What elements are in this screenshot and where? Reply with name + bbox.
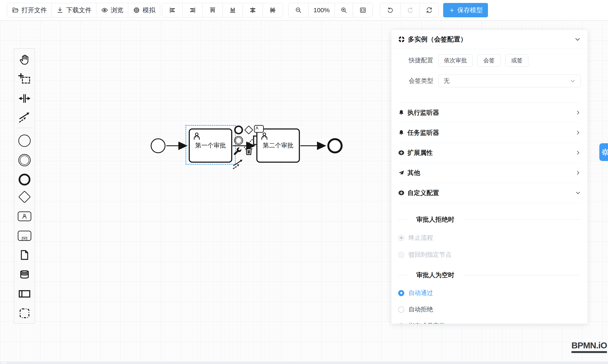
section-label: 其他 [408,169,420,177]
quick-option-sequential-button[interactable]: 依次审批 [438,54,473,66]
palette-group[interactable] [18,307,31,319]
chevron-down-icon[interactable] [574,36,581,42]
align-center-horizontal-icon [249,6,257,14]
connect-arrows-icon [18,111,31,123]
palette-participant-pool[interactable] [18,287,31,300]
start-event-shape[interactable] [151,138,165,153]
palette-end-event[interactable] [19,174,30,185]
palette-intermediate-event[interactable] [18,154,31,166]
task-second-approval[interactable]: 第二个审批 [256,129,300,163]
save-model-button[interactable]: ＋ 保存模型 [443,3,488,17]
sub-process-icon [18,231,31,241]
user-task-icon [254,125,264,133]
ctx-append-user-task[interactable] [254,125,264,133]
data-object-icon [18,249,31,261]
zoom-in-button[interactable] [334,3,353,17]
open-file-button[interactable]: 打开文件 [7,3,52,17]
participant-pool-icon [18,287,31,300]
divider [391,49,587,49]
horizontal-scrollbar[interactable] [0,362,608,364]
align-center-horizontal-button[interactable] [243,3,263,17]
quick-option-orsign-button[interactable]: 或签 [505,54,528,66]
align-right-button[interactable] [182,3,202,17]
palette-sub-process[interactable] [18,231,31,241]
open-file-label: 打开文件 [22,6,47,14]
task-label: 第一个审批 [195,141,226,150]
radio-label: 自动拒绝 [409,305,433,314]
preview-label: 浏览 [111,6,123,14]
bpmn-io-logo: BPMN.iO [571,340,607,353]
ctx-connect[interactable] [232,158,244,170]
eye-icon [101,7,108,14]
panel-toggle-tab[interactable] [599,143,608,161]
align-top-button[interactable] [202,3,223,17]
undo-button[interactable] [380,3,400,17]
sign-type-select[interactable]: 无 [438,75,581,87]
fit-viewport-button[interactable] [353,3,372,17]
align-bottom-button[interactable] [223,3,243,17]
plus-circle-icon [398,150,405,156]
palette-start-event[interactable] [18,135,31,147]
radio-auto-pass[interactable]: 自动通过 [398,289,581,297]
section-other[interactable]: 其他 [398,163,581,183]
ctx-change-type[interactable] [232,146,243,156]
align-left-button[interactable] [162,3,182,17]
task-label: 第二个审批 [263,141,293,150]
divider [398,203,581,203]
logo-underline [571,351,607,353]
ctx-append-intermediate-event[interactable] [234,136,243,145]
palette-space-tool[interactable] [18,92,31,105]
radio-auto-reject[interactable]: 自动拒绝 [398,305,581,314]
toolbar: 打开文件 下载文件 浏览 模拟 [0,0,608,21]
section-execution-listener[interactable]: 执行监听器 [398,103,581,123]
palette-user-task[interactable] [18,211,31,221]
section-custom-config[interactable]: 自定义配置 [398,183,581,203]
scrollbar-thumb[interactable] [0,362,8,364]
align-middle-vertical-icon [269,6,277,14]
section-task-listener[interactable]: 任务监听器 [398,123,581,143]
end-event-shape[interactable] [327,138,343,153]
align-button-group [162,3,283,17]
task-first-approval[interactable]: 第一个审批 [189,129,232,163]
chevron-right-icon [575,130,581,135]
radio-label: 驳回到指定节点 [409,250,451,259]
end-event-icon [234,126,243,134]
download-file-button[interactable]: 下载文件 [52,3,96,17]
gateway-icon [18,191,31,203]
section-label: 自定义配置 [408,189,439,197]
quick-config-row: 快捷配置 依次审批 会签 或签 [398,54,581,66]
quick-option-countersign-button[interactable]: 会签 [478,54,501,66]
align-middle-vertical-button[interactable] [263,3,283,17]
ctx-append-gateway[interactable] [245,126,253,134]
palette-global-connect-tool[interactable] [18,111,31,123]
palette-data-object[interactable] [18,249,31,261]
chevron-down-icon [570,78,575,84]
simulate-button[interactable]: 模拟 [128,3,160,17]
radio-designated-member[interactable]: 指定成员审批 [398,322,581,324]
undo-icon [387,7,394,14]
sign-type-value: 无 [444,77,450,85]
panel-header[interactable]: 多实例（会签配置） [398,30,581,49]
palette-data-store[interactable] [18,268,31,281]
preview-button[interactable]: 浏览 [96,3,128,17]
radio-label: 指定成员审批 [409,322,445,324]
ctx-delete[interactable] [243,146,254,156]
palette-lasso-tool[interactable] [18,73,31,85]
radio-icon [398,235,404,241]
section-extension-properties[interactable]: 扩展属性 [398,143,581,163]
send-icon [398,170,405,176]
redo-button[interactable] [400,3,420,17]
reject-divider: 审批人拒绝时 [398,215,581,224]
intermediate-event-icon [234,136,243,145]
reset-zoom-button[interactable] [420,3,438,17]
group-icon [18,307,31,319]
zoom-out-button[interactable] [289,3,308,17]
align-top-icon [209,6,216,14]
zoom-level-display[interactable]: 100% [308,3,334,17]
section-list: 执行监听器 任务监听器 扩展属性 其他 自定义配置 [398,103,581,203]
ctx-append-end-event[interactable] [234,126,243,134]
palette-gateway[interactable] [20,193,29,201]
hand-icon [18,53,31,66]
gear-icon [600,147,608,157]
palette-hand-tool[interactable] [18,53,31,66]
